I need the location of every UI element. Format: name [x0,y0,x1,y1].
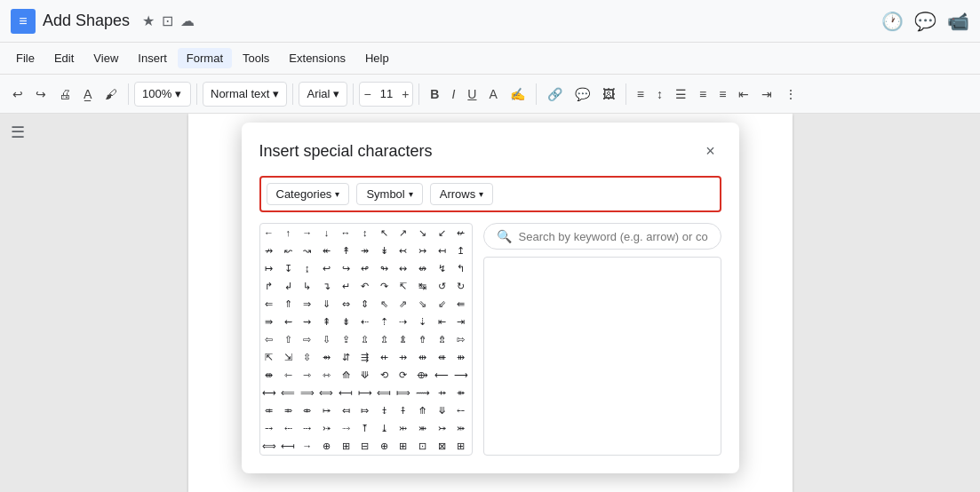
arrows-filter-button[interactable]: Arrows ▾ [430,183,493,205]
symbol-cell[interactable]: ⤍ [260,419,278,437]
symbol-cell[interactable]: ⇜ [279,313,297,330]
symbol-cell[interactable]: → [299,224,316,242]
symbol-cell[interactable]: ↞ [317,242,335,259]
symbol-cell[interactable]: ⇥ [452,313,470,330]
symbol-cell[interactable]: ⟻ [337,384,355,401]
symbol-cell[interactable]: ↩ [317,259,335,277]
menu-help[interactable]: Help [356,48,398,68]
menu-extensions[interactable]: Extensions [280,48,355,68]
link-button[interactable]: 🔗 [542,83,568,105]
symbol-cell[interactable]: ↛ [260,242,278,259]
font-size-decrease-button[interactable]: − [360,83,374,105]
highlight-button[interactable]: ✍ [505,83,530,105]
symbol-cell[interactable]: ⤇ [356,401,374,419]
symbol-cell[interactable]: ↺ [433,277,450,295]
symbol-cell[interactable]: ⊞ [452,437,470,455]
symbol-cell[interactable]: ⇮ [414,330,432,348]
symbol-cell[interactable]: ⟺ [317,384,335,401]
symbol-cell[interactable]: ↣ [414,242,432,259]
symbol-cell[interactable]: ↚ [452,224,470,242]
text-color-button[interactable]: A [483,83,502,105]
symbol-cell[interactable]: ⟽ [375,384,393,401]
symbol-cell[interactable]: ⟷ [260,384,278,401]
symbol-cell[interactable]: ↓ [317,224,335,242]
symbol-cell[interactable]: ⟵ [433,366,450,384]
menu-format[interactable]: Format [178,48,232,68]
symbol-cell[interactable]: ⤎ [279,419,297,437]
menu-tools[interactable]: Tools [234,48,278,68]
symbol-cell[interactable]: ↬ [375,259,393,277]
symbol-cell[interactable]: ⊡ [414,437,432,455]
paint-format-button[interactable]: 🖌 [100,83,123,105]
symbol-cell[interactable]: ⇝ [299,313,316,330]
symbol-cell[interactable]: ↳ [299,277,316,295]
symbol-cell[interactable]: ⇭ [394,330,412,348]
symbol-cell[interactable]: ↹ [414,277,432,295]
undo-button[interactable]: ↩ [7,83,28,105]
numbered-list-button[interactable]: ≡ [713,83,731,105]
symbol-cell[interactable]: ↦ [260,259,278,277]
symbol-cell[interactable]: ⟺ [260,437,278,455]
symbol-cell[interactable]: ⤊ [414,401,432,419]
symbol-cell[interactable]: ↤ [433,242,450,259]
symbol-cell[interactable]: ⇻ [452,348,470,366]
symbol-cell[interactable]: ⊞ [394,437,412,455]
font-size-increase-button[interactable]: + [398,83,412,105]
meet-icon[interactable]: 📹 [947,11,969,32]
categories-filter-button[interactable]: Categories ▾ [267,183,350,205]
print-button[interactable]: 🖨 [53,83,76,105]
symbol-cell[interactable]: ⇫ [356,330,374,348]
search-input[interactable] [519,230,708,243]
symbol-cell[interactable]: ↢ [394,242,412,259]
symbol-cell[interactable]: ⤑ [337,419,355,437]
symbol-cell[interactable]: ⇿ [317,366,335,384]
symbol-cell[interactable]: ⤈ [375,401,393,419]
symbol-cell[interactable]: ⇙ [433,295,450,313]
symbol-cell[interactable]: ⊟ [356,437,374,455]
symbol-cell[interactable]: ⤌ [452,401,470,419]
image-button[interactable]: 🖼 [597,83,620,105]
symbol-cell[interactable]: ⇰ [452,330,470,348]
symbol-cell[interactable]: ⇘ [414,295,432,313]
symbol-cell[interactable]: ⟱ [356,366,374,384]
symbol-cell[interactable]: ⟲ [375,366,393,384]
symbol-cell[interactable]: ⇶ [356,348,374,366]
symbol-cell[interactable]: ↰ [452,259,470,277]
symbol-cell[interactable]: ⟼ [356,384,374,401]
symbol-cell[interactable]: ⇾ [299,366,316,384]
symbol-cell[interactable]: ⤉ [394,401,412,419]
symbol-cell[interactable]: ↫ [356,259,374,277]
symbol-cell[interactable]: ↶ [356,277,374,295]
symbol-cell[interactable]: ↙ [433,224,450,242]
symbol-cell[interactable]: ↟ [337,242,355,259]
checklist-button[interactable]: ☰ [670,83,692,105]
symbol-cell[interactable]: ↕ [356,224,374,242]
zoom-selector[interactable]: 100% ▾ [134,82,191,107]
symbol-cell[interactable]: ↔ [337,224,355,242]
symbol-cell[interactable]: ⟶ [452,366,470,384]
history-icon[interactable]: 🕐 [881,11,904,32]
symbol-cell[interactable]: ↡ [375,242,393,259]
symbol-cell[interactable]: ⟰ [337,366,355,384]
symbol-cell[interactable]: ⤂ [260,401,278,419]
symbol-cell[interactable]: ⇦ [260,330,278,348]
symbol-cell[interactable]: ⇩ [317,330,335,348]
symbol-cell[interactable]: ⊕ [317,437,335,455]
symbol-cell[interactable]: ⤏ [299,419,316,437]
symbol-cell[interactable]: ↨ [299,259,316,277]
symbol-cell[interactable]: ⇨ [299,330,316,348]
symbol-cell[interactable]: ⤔ [394,419,412,437]
symbol-cell[interactable]: ⤄ [299,401,316,419]
symbol-cell[interactable]: ⇽ [279,366,297,384]
symbol-cell[interactable]: ⇪ [337,330,355,348]
symbol-cell[interactable]: ⇵ [337,348,355,366]
symbol-cell[interactable]: ⟸ [279,384,297,401]
symbol-cell[interactable]: ⟳ [394,366,412,384]
cloud-icon[interactable]: ☁ [180,12,195,29]
symbol-cell[interactable]: ↵ [337,277,355,295]
symbol-cell[interactable]: ⇳ [299,348,316,366]
symbol-cell[interactable]: ↑ [279,224,297,242]
menu-file[interactable]: File [7,48,44,68]
symbol-cell[interactable]: ⇤ [433,313,450,330]
symbol-cell[interactable]: ↧ [279,259,297,277]
